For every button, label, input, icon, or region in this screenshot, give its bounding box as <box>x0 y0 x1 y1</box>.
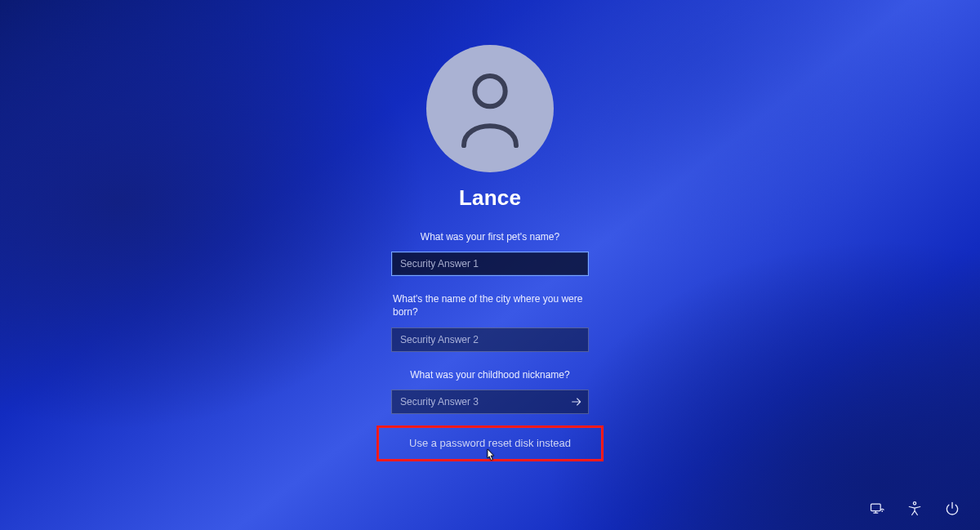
security-question-1: What was your first pet's name? <box>391 230 589 243</box>
svg-point-0 <box>474 76 505 106</box>
security-question-3: What was your childhood nickname? <box>391 368 589 381</box>
network-icon <box>869 501 885 517</box>
svg-point-2 <box>881 510 883 512</box>
system-tray <box>869 501 960 517</box>
accessibility-button[interactable] <box>906 501 923 517</box>
network-button[interactable] <box>869 501 885 517</box>
security-question-2: What's the name of the city where you we… <box>391 292 589 318</box>
security-answer-1-input[interactable] <box>391 252 589 276</box>
arrow-right-icon <box>570 395 583 408</box>
use-password-reset-disk-link[interactable]: Use a password reset disk instead <box>376 425 604 461</box>
svg-point-3 <box>913 502 915 505</box>
accessibility-icon <box>906 501 923 517</box>
power-button[interactable] <box>944 501 960 517</box>
security-answer-2-input[interactable] <box>391 327 589 352</box>
user-icon <box>455 69 525 148</box>
power-icon <box>944 501 960 517</box>
username-label: Lance <box>459 185 521 211</box>
submit-arrow-button[interactable] <box>564 390 589 414</box>
svg-rect-1 <box>871 504 881 510</box>
security-answer-3-input[interactable] <box>391 390 589 414</box>
user-avatar <box>426 45 554 172</box>
